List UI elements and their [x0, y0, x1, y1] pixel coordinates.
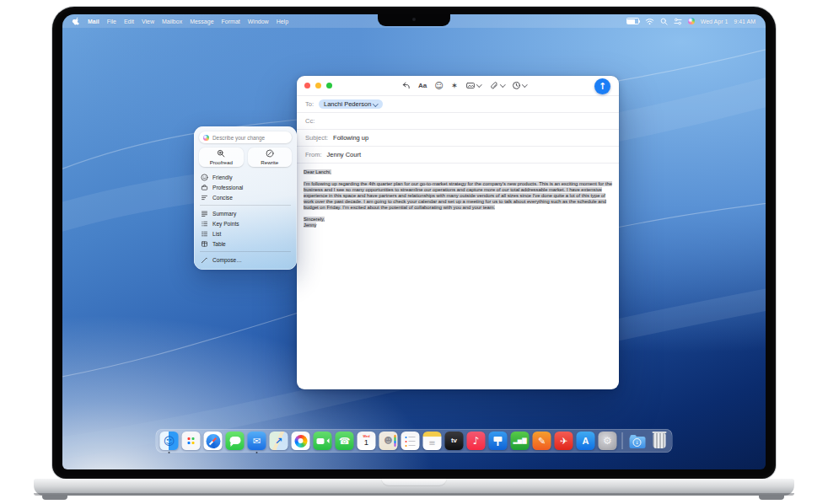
menu-item-professional[interactable]: Professional: [199, 182, 292, 192]
mail-compose-window: Aa ☺ ✶: [297, 76, 619, 389]
menu-item-format[interactable]: Format: [222, 19, 240, 24]
subject-value: Following up: [333, 134, 368, 142]
menu-item-summary[interactable]: Summary: [199, 208, 292, 218]
control-center-icon[interactable]: [674, 18, 682, 25]
dock-icon-mail[interactable]: ✉: [248, 432, 266, 450]
menu-item-help[interactable]: Help: [277, 19, 288, 24]
finder-face-icon: ☺: [164, 436, 175, 447]
dock-icon-safari[interactable]: [204, 432, 223, 450]
summary-label: Summary: [212, 211, 236, 217]
menu-item-concise[interactable]: Concise: [199, 192, 292, 202]
menu-item-window[interactable]: Window: [248, 19, 269, 24]
dock-icon-music[interactable]: ♪: [467, 432, 486, 450]
from-field[interactable]: From: Jenny Court: [297, 146, 619, 163]
tv-logo: tv: [451, 437, 457, 444]
send-button[interactable]: ↑: [594, 78, 610, 94]
menu-bar-date[interactable]: Wed Apr 1: [701, 19, 729, 24]
dock-icon-downloads[interactable]: ↓: [628, 432, 647, 450]
menu-item-friendly[interactable]: Friendly: [199, 172, 292, 182]
dock-icon-facetime[interactable]: [314, 432, 332, 450]
dock-icon-calendar[interactable]: Wed 1: [358, 432, 376, 450]
describe-change-input[interactable]: Describe your change: [199, 131, 292, 143]
to-label: To:: [305, 100, 314, 108]
message-body[interactable]: Dear Lanchi, I'm following up regarding …: [297, 163, 619, 234]
dock-icon-finder[interactable]: ☺: [160, 432, 179, 450]
professional-label: Professional: [212, 185, 243, 190]
menu-item-mailbox[interactable]: Mailbox: [162, 19, 182, 24]
compose-label: Compose…: [212, 257, 242, 263]
dock-icon-settings[interactable]: ⚙: [599, 432, 617, 450]
proofread-button[interactable]: Proofread: [199, 147, 244, 167]
zoom-window-button[interactable]: [326, 83, 332, 88]
window-titlebar[interactable]: Aa ☺ ✶: [297, 76, 619, 95]
menu-item-compose[interactable]: Compose…: [199, 255, 292, 265]
dock-icon-keynote[interactable]: [489, 432, 508, 450]
dock-icon-pages[interactable]: ✎: [533, 432, 551, 450]
dock-icon-reminders[interactable]: [401, 432, 420, 450]
phone-handset-icon: ☎: [339, 437, 351, 446]
cc-field[interactable]: Cc:: [297, 112, 619, 129]
chevron-down-icon: [476, 82, 481, 87]
menu-item-key-points[interactable]: Key Points: [199, 218, 292, 228]
subject-field[interactable]: Subject: Following up: [297, 129, 619, 146]
send-later-dropdown[interactable]: [512, 81, 527, 90]
to-field[interactable]: To: Lanchi Pederson: [297, 95, 619, 112]
dock-icon-rocket-app[interactable]: ✈: [555, 432, 573, 450]
siri-apple-intelligence-icon[interactable]: [688, 18, 695, 24]
dock-icon-maps[interactable]: ↗: [270, 432, 288, 450]
dock-icon-phone[interactable]: ☎: [336, 432, 354, 450]
dock-icon-numbers[interactable]: ▂▅▇: [511, 432, 530, 450]
attach-file-dropdown[interactable]: [489, 81, 505, 90]
menu-item-file[interactable]: File: [107, 19, 116, 24]
calendar-day: 1: [364, 438, 368, 447]
close-window-button[interactable]: [304, 83, 310, 88]
compose-pencil-icon: [201, 256, 208, 264]
bullet-list-icon: [201, 220, 208, 228]
dock-icon-trash[interactable]: [650, 432, 669, 450]
dock: ☺ ✉ ↗ ☎ Wed 1 ☻ ≡ tv ♪ ▂▅▇: [156, 429, 673, 453]
photo-browser-dropdown[interactable]: [465, 81, 481, 90]
rocket-icon: ✈: [560, 437, 567, 446]
subject-label: Subject:: [305, 134, 328, 142]
stickers-icon[interactable]: ✶: [451, 82, 458, 90]
dock-icon-photos[interactable]: [292, 432, 310, 450]
battery-icon[interactable]: [626, 18, 639, 24]
dock-icon-tv[interactable]: tv: [445, 432, 464, 450]
menu-item-table[interactable]: Table: [199, 239, 292, 249]
dock-icon-notes[interactable]: ≡: [423, 432, 442, 450]
pen-icon: ✎: [538, 437, 546, 446]
camera-notch: [378, 14, 450, 26]
dock-icon-app-store[interactable]: A: [577, 432, 595, 450]
menu-divider: [200, 205, 291, 206]
apple-intelligence-icon: [203, 135, 209, 141]
recipient-name: Lanchi Pederson: [324, 100, 371, 108]
wifi-icon[interactable]: [645, 18, 654, 25]
rewrite-button[interactable]: Rewrite: [248, 147, 293, 167]
briefcase-icon: [201, 184, 208, 191]
dock-icon-contacts[interactable]: ☻: [379, 432, 398, 450]
menu-item-mail[interactable]: Mail: [88, 19, 99, 24]
menu-item-view[interactable]: View: [142, 19, 154, 24]
body-paragraph: I'm following up regarding the 4th quart…: [304, 181, 612, 210]
menu-item-message[interactable]: Message: [190, 19, 213, 24]
chevron-down-icon: [522, 82, 527, 87]
format-text-button[interactable]: Aa: [418, 82, 427, 89]
emoji-icon[interactable]: ☺: [434, 82, 443, 90]
menu-item-edit[interactable]: Edit: [124, 19, 134, 24]
dock-icon-messages[interactable]: [226, 432, 245, 450]
friendly-label: Friendly: [212, 174, 232, 180]
dash-list-icon: [201, 230, 208, 238]
search-icon[interactable]: [660, 18, 668, 25]
minimize-window-button[interactable]: [315, 83, 321, 88]
dock-icon-launchpad[interactable]: [182, 432, 201, 450]
navigation-arrow-icon: ↗: [275, 437, 282, 446]
apple-menu-icon[interactable]: [73, 17, 80, 26]
rewrite-label: Rewrite: [261, 159, 278, 165]
body-closing: Sincerely,: [304, 217, 325, 222]
recipient-token[interactable]: Lanchi Pederson: [319, 99, 383, 109]
magnifier-icon: [217, 149, 225, 158]
menu-item-list[interactable]: List: [199, 228, 292, 239]
cc-label: Cc:: [305, 117, 315, 125]
menu-bar-time[interactable]: 9:41 AM: [734, 19, 755, 24]
undo-icon[interactable]: [401, 81, 411, 90]
